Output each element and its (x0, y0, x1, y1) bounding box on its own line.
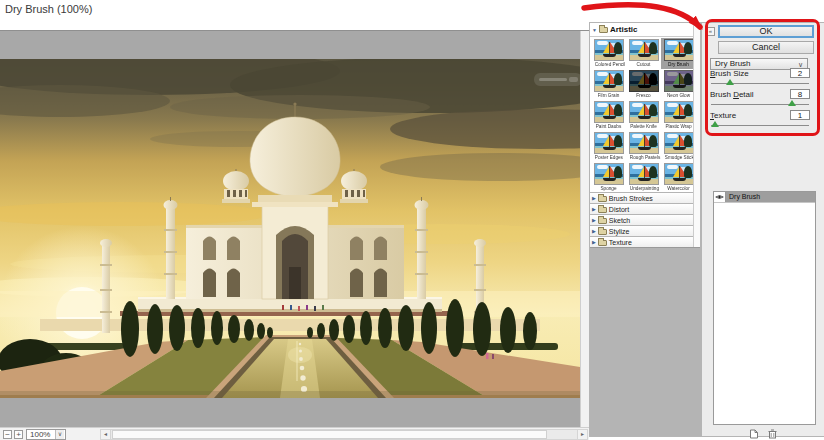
filter-category[interactable]: ▶ Brush Strokes (590, 192, 700, 203)
filter-thumbnail-label: Colored Pencil (595, 62, 622, 67)
folder-icon (598, 229, 607, 235)
scroll-left-icon[interactable]: ◂ (101, 430, 111, 439)
zoom-level-select[interactable]: 100% ∨ (26, 429, 66, 440)
filter-thumbnail[interactable]: Palette Knife (626, 100, 661, 131)
filter-category[interactable]: ▶ Distort (590, 203, 700, 214)
filter-thumbnail-label: Paint Daubs (595, 124, 622, 129)
zoom-in-button[interactable]: + (14, 430, 23, 439)
effect-layer-label: Dry Brush (726, 192, 815, 202)
preview-vertical-scrollbar[interactable] (580, 31, 589, 427)
filter-thumbnail-label: Film Grain (595, 93, 622, 98)
filter-thumbnail-label: Underpainting (630, 186, 657, 191)
cancel-button[interactable]: Cancel (718, 41, 814, 54)
slider-label: Brush Detail (710, 90, 754, 99)
delete-effect-layer-icon[interactable] (768, 429, 777, 439)
slider-track[interactable] (710, 100, 810, 108)
filter-thumbnail[interactable]: Dry Brush (661, 38, 696, 69)
slider-value-input[interactable]: 8 (790, 89, 810, 99)
slider-value-input[interactable]: 1 (790, 110, 810, 120)
filter-thumbnail-image (664, 39, 694, 61)
filter-parameters: Brush Size 2 Brush Detail 8 (710, 67, 810, 130)
filter-thumbnail-image (629, 101, 659, 123)
filter-thumbnail-image (629, 39, 659, 61)
slider-value-input[interactable]: 2 (790, 68, 810, 78)
filter-gallery-pane: ▼ Artistic Colored Pencil Cutout (589, 22, 701, 437)
preview-status-bar: − + 100% ∨ ◂ ▸ (0, 427, 589, 440)
filter-thumbnail-label: Plastic Wrap (665, 124, 692, 129)
filter-parameter: Texture 1 (710, 109, 810, 130)
ok-button[interactable]: OK (718, 25, 814, 38)
page-title: Dry Brush (100%) (5, 3, 92, 15)
gallery-scrollbar[interactable] (693, 23, 700, 247)
filter-thumbnail[interactable]: Film Grain (591, 69, 626, 100)
slider-label: Texture (710, 111, 736, 120)
filter-thumbnail-image (664, 70, 694, 92)
filter-thumbnail[interactable]: Smudge Stick (661, 131, 696, 162)
filter-thumbnail-image (594, 70, 624, 92)
slider-thumb[interactable] (788, 100, 796, 106)
category-label: Distort (609, 206, 629, 213)
filter-thumbnail[interactable]: Cutout (626, 38, 661, 69)
effect-layer-list: Dry Brush (713, 191, 816, 425)
filter-thumbnail-label: Fresco (630, 93, 657, 98)
gallery-empty-area (590, 247, 700, 436)
filter-thumbnail-grid: Colored Pencil Cutout Dry Brush (591, 38, 696, 193)
filter-thumbnail[interactable]: Neon Glow (661, 69, 696, 100)
slider-thumb[interactable] (711, 121, 719, 127)
filter-thumbnail-label: Watercolor (665, 186, 692, 191)
filter-thumbnail[interactable]: Sponge (591, 162, 626, 193)
filter-thumbnail[interactable]: Plastic Wrap (661, 100, 696, 131)
triangle-down-icon: ▼ (592, 27, 597, 33)
filter-thumbnail[interactable]: Underpainting (626, 162, 661, 193)
filter-thumbnail[interactable]: Paint Daubs (591, 100, 626, 131)
filter-thumbnail-image (629, 163, 659, 185)
category-label: Brush Strokes (609, 195, 653, 202)
slider-thumb[interactable] (726, 79, 734, 85)
filter-thumbnail[interactable]: Watercolor (661, 162, 696, 193)
filter-thumbnail-label: Neon Glow (665, 93, 692, 98)
filter-category[interactable]: ▶ Sketch (590, 214, 700, 225)
category-label: Sketch (609, 217, 630, 224)
effect-layer-row[interactable]: Dry Brush (714, 192, 815, 203)
triangle-right-icon: ▶ (592, 195, 596, 201)
filter-thumbnail-label: Cutout (630, 62, 657, 67)
slider-track[interactable] (710, 121, 810, 129)
filter-thumbnail-image (664, 132, 694, 154)
scrollbar-thumb[interactable] (112, 430, 547, 439)
folder-icon (599, 27, 608, 33)
visibility-toggle[interactable] (714, 192, 726, 202)
slider-track[interactable] (710, 79, 810, 87)
filter-parameter: Brush Detail 8 (710, 88, 810, 109)
filter-category-artistic[interactable]: ▼ Artistic (590, 23, 700, 37)
filter-thumbnail-image (594, 132, 624, 154)
scroll-right-icon[interactable]: ▸ (577, 430, 587, 439)
filter-thumbnail[interactable]: Fresco (626, 69, 661, 100)
filter-thumbnail-label: Rough Pastels (630, 155, 657, 160)
preview-image[interactable] (0, 59, 580, 398)
filter-thumbnail[interactable]: Colored Pencil (591, 38, 626, 69)
collapse-thumbnails-button[interactable]: « (706, 27, 715, 36)
category-label: Stylize (609, 228, 630, 235)
filter-category[interactable]: ▶ Texture (590, 236, 700, 247)
filter-thumbnail-label: Smudge Stick (665, 155, 692, 160)
filter-thumbnail-label: Dry Brush (665, 62, 692, 67)
folder-icon (598, 218, 607, 224)
new-effect-layer-icon[interactable] (749, 429, 759, 439)
category-label: Texture (609, 239, 632, 246)
zoom-out-button[interactable]: − (3, 430, 12, 439)
watermark (534, 73, 580, 86)
filter-thumbnail[interactable]: Poster Edges (591, 131, 626, 162)
folder-icon (598, 207, 607, 213)
chevron-down-icon: ∨ (55, 430, 64, 439)
filter-thumbnail-label: Palette Knife (630, 124, 657, 129)
filter-thumbnail-image (664, 101, 694, 123)
filter-thumbnail-image (594, 101, 624, 123)
filter-thumbnail-image (594, 39, 624, 61)
preview-pane: − + 100% ∨ ◂ ▸ (0, 30, 589, 440)
filter-category[interactable]: ▶ Stylize (590, 225, 700, 236)
folder-icon (598, 240, 607, 246)
filter-thumbnail-image (664, 163, 694, 185)
slider-label: Brush Size (710, 69, 749, 78)
preview-horizontal-scrollbar[interactable]: ◂ ▸ (100, 429, 588, 440)
filter-thumbnail[interactable]: Rough Pastels (626, 131, 661, 162)
